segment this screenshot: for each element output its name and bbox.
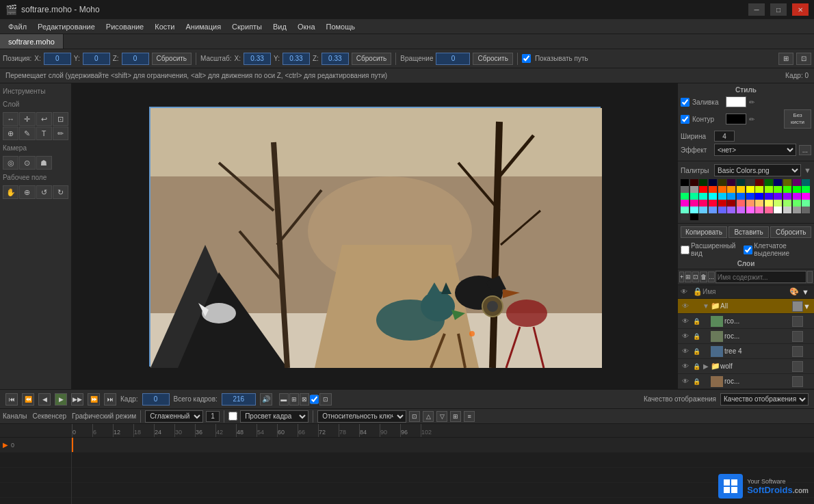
toolbar-extra-btn1[interactable]: ⊞ [778,53,793,65]
tool-brush[interactable]: ✏ [53,127,68,140]
reset-rot-button[interactable]: Сбросить [473,53,512,65]
tc-btn4[interactable]: ⊞ [450,411,461,422]
scale-y-input[interactable] [283,53,310,65]
layer-row-rco1[interactable]: 👁 🔒 rco... [678,314,814,329]
pos-y-input[interactable] [83,53,110,65]
contour-edit-icon[interactable]: ✏ [749,116,754,123]
scale-z-input[interactable] [321,53,349,65]
color-cell[interactable] [681,179,689,186]
pos-x-input[interactable] [44,53,71,65]
color-cell[interactable] [755,193,763,200]
layer-expand-all[interactable]: ▼ [701,302,711,310]
pos-z-input[interactable] [122,53,149,65]
color-cell[interactable] [737,193,745,200]
frame-input[interactable] [142,393,170,406]
layer-eye-all[interactable]: 👁 [679,302,692,310]
rewind-start-button[interactable]: ⏮ [5,393,18,406]
color-cell[interactable] [690,179,698,186]
next-frame-button[interactable]: ▶▶ [71,393,83,406]
color-cell[interactable] [793,179,801,186]
scale-x-input[interactable] [244,53,271,65]
color-cell[interactable] [709,193,717,200]
show-path-checkbox[interactable] [522,54,531,63]
color-cell[interactable] [802,207,810,213]
color-cell[interactable] [681,213,689,220]
color-cell[interactable] [802,200,810,207]
view-btn3[interactable]: ⊠ [300,393,309,406]
color-cell[interactable] [727,193,735,200]
color-cell[interactable] [718,179,726,186]
maximize-button[interactable]: □ [770,3,787,16]
color-cell[interactable] [774,207,782,213]
ws-redo[interactable]: ↻ [53,185,68,199]
layer-row-tree4[interactable]: 👁 🔒 tree 4 [678,344,814,359]
color-cell[interactable] [765,186,773,193]
layer-row-roc2[interactable]: 👁 🔒 roc... [678,374,814,389]
layers-dup-button[interactable]: ⊡ [692,271,699,282]
fill-checkbox[interactable] [681,98,690,107]
layer-visible-wolf[interactable] [792,361,803,372]
quality-select[interactable]: Качество отображения Высокое Среднее Низ… [720,393,809,406]
reset-pos-button[interactable]: Сбросить [152,53,192,65]
color-cell[interactable] [718,193,726,200]
color-cell[interactable] [746,186,754,193]
copy-button[interactable]: Копировать [681,226,727,238]
color-cell[interactable] [681,200,689,207]
preview-frame-checkbox[interactable] [228,412,237,421]
color-cell[interactable] [737,186,745,193]
color-cell[interactable] [737,200,745,207]
color-cell[interactable] [746,179,754,186]
minimize-button[interactable]: ─ [748,3,765,16]
layers-group-button[interactable]: ⊞ [685,271,692,282]
layer-row-all[interactable]: 👁 ▼ 📁 All ▼ [678,299,814,314]
tc-btn3[interactable]: ▽ [436,411,447,422]
color-cell[interactable] [718,207,726,213]
layer-visible-roc1[interactable] [792,331,803,342]
extended-view-label[interactable]: Расширенный вид [681,242,738,257]
tc-btn1[interactable]: ⊡ [409,411,420,422]
tool-add[interactable]: ✛ [19,112,35,126]
menu-scripts[interactable]: Скрипты [226,21,267,32]
layer-eye-roc2[interactable]: 👁 [679,377,692,385]
color-cell[interactable] [709,200,717,207]
menu-view[interactable]: Вид [267,21,292,32]
menu-draw[interactable]: Рисование [101,21,149,32]
layer-visible-rco1[interactable] [792,316,803,327]
cam-pan[interactable]: ⊙ [19,156,35,170]
color-cell[interactable] [783,186,791,193]
color-cell[interactable] [690,207,698,213]
color-cell[interactable] [681,186,689,193]
layers-del-button[interactable]: 🗑 [700,271,707,282]
ws-zoom-in[interactable]: ⊕ [19,185,35,199]
tc-btn2[interactable]: △ [423,411,434,422]
color-cell[interactable] [783,200,791,207]
color-cell[interactable] [709,179,717,186]
toolbar-extra-btn2[interactable]: ⊡ [796,53,811,65]
total-frames-input[interactable] [222,393,256,406]
tool-select[interactable]: ⊡ [53,112,68,126]
layer-eye-rco1[interactable]: 👁 [679,317,692,325]
preview-select[interactable]: Просвет кадра [240,410,308,423]
color-cell[interactable] [774,179,782,186]
rewind-end-button[interactable]: ⏭ [104,393,116,406]
layer-visible-roc2[interactable] [792,376,803,387]
effect-dots-button[interactable]: ... [799,145,811,155]
color-cell[interactable] [699,179,707,186]
fill-edit-icon[interactable]: ✏ [749,98,754,106]
effect-select[interactable]: <нет> [714,144,796,156]
tc-btn5[interactable]: ≡ [464,411,475,422]
step-forward-button[interactable]: ⏩ [88,393,100,406]
layer-expand-wolf[interactable]: ▶ [701,362,711,370]
reset-scale-button[interactable]: Сбросить [352,53,391,65]
prev-frame-button[interactable]: ◀ [38,393,51,406]
color-cell[interactable] [774,186,782,193]
ws-undo[interactable]: ↺ [36,185,52,199]
color-cell[interactable] [793,186,801,193]
color-cell[interactable] [765,193,773,200]
color-cell[interactable] [727,207,735,213]
relative-keys-select[interactable]: Относительность ключей [317,410,406,423]
color-cell[interactable] [727,179,735,186]
color-cell[interactable] [765,179,773,186]
color-cell[interactable] [755,186,763,193]
layers-more-button[interactable]: ... [708,271,715,282]
